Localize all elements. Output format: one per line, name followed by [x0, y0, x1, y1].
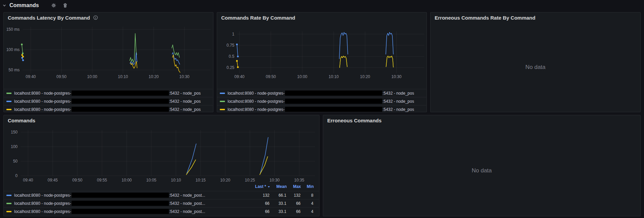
svg-text:09:50: 09:50 — [72, 178, 82, 183]
svg-text:150 ms: 150 ms — [6, 27, 20, 32]
svg-text:09:45: 09:45 — [48, 178, 58, 183]
svg-text:10:10: 10:10 — [118, 74, 128, 79]
gear-icon[interactable] — [51, 3, 56, 8]
panel-erroneous-commands: Erroneous Commands No data — [323, 115, 641, 216]
panel-commands-rate: Commands Rate By Command 09:4009:5010:00… — [217, 12, 427, 112]
redacted-text — [285, 91, 382, 96]
svg-text:10:25: 10:25 — [245, 178, 255, 183]
legend-stats: 66 33.1 66 4 — [248, 209, 316, 214]
series-color-dash — [220, 93, 225, 94]
series-color-dash — [6, 203, 11, 204]
commands-chart[interactable]: 09:4009:4509:5009:5510:0010:0510:1010:15… — [4, 115, 320, 185]
panel-title[interactable]: Erroneous Commands Rate By Command — [431, 13, 640, 23]
dashboard-row-header[interactable]: Commands — [2, 1, 68, 10]
stat-last: 66 — [248, 201, 269, 206]
chevron-down-icon[interactable] — [2, 3, 7, 8]
legend-label-suffix: :5432 - node_post... — [169, 193, 205, 198]
svg-text:09:40: 09:40 — [23, 178, 33, 183]
svg-text:09:55: 09:55 — [97, 178, 107, 183]
svg-text:09:40: 09:40 — [234, 74, 244, 79]
svg-text:50: 50 — [13, 159, 18, 164]
series-color-dash — [6, 109, 11, 110]
legend-label-suffix: :5432 - node_pos — [383, 107, 414, 112]
svg-text:10:00: 10:00 — [122, 178, 132, 183]
svg-text:10:10: 10:10 — [329, 74, 339, 79]
column-header-mean[interactable]: Mean — [270, 184, 287, 189]
redacted-text — [72, 201, 169, 206]
panel-title[interactable]: Commands Rate By Command — [217, 13, 427, 23]
redacted-text — [72, 209, 169, 214]
legend-label-prefix: localhost:8080 - node-postgres- — [228, 107, 285, 112]
svg-text:150: 150 — [11, 130, 18, 135]
stat-min: 8 — [301, 193, 313, 198]
svg-text:10:20: 10:20 — [360, 74, 370, 79]
svg-text:10:00: 10:00 — [87, 74, 97, 79]
legend-item[interactable]: localhost:8080 - node-postgres-:5432 - n… — [4, 105, 213, 113]
legend-item[interactable]: localhost:8080 - node-postgres-:5432 - n… — [4, 89, 213, 97]
redacted-text — [72, 99, 169, 104]
legend-item[interactable]: localhost:8080 - node-postgres-:5432 - n… — [4, 207, 319, 215]
svg-text:09:50: 09:50 — [56, 74, 67, 79]
panel-title[interactable]: Commands — [4, 115, 319, 125]
latency-chart[interactable]: 09:4009:5010:0010:1010:2010:30150 ms100 … — [4, 13, 214, 83]
legend-item[interactable]: localhost:8080 - node-postgres-:5432 - n… — [217, 97, 426, 105]
legend-item[interactable]: localhost:8080 - node-postgres-:5432 - n… — [217, 105, 426, 113]
svg-text:10:20: 10:20 — [149, 74, 159, 79]
legend-label-suffix: :5432 - node_pos — [169, 91, 201, 96]
panel-erroneous-commands-rate: Erroneous Commands Rate By Command No da… — [430, 12, 641, 112]
info-circle-icon[interactable] — [93, 15, 98, 20]
svg-text:10:05: 10:05 — [146, 178, 156, 183]
redacted-text — [285, 99, 382, 104]
legend-stats: 66 33.1 66 4 — [248, 201, 316, 206]
series-color-dash — [220, 109, 225, 110]
legend: localhost:8080 - node-postgres-:5432 - n… — [4, 191, 319, 215]
svg-text:09:40: 09:40 — [26, 74, 36, 79]
column-header-max[interactable]: Max — [287, 184, 301, 189]
svg-text:10:30: 10:30 — [269, 178, 280, 183]
svg-text:10:35: 10:35 — [294, 178, 304, 183]
svg-text:10:15: 10:15 — [196, 178, 206, 183]
stat-last: 66 — [248, 209, 269, 214]
series-color-dash — [6, 211, 11, 212]
series-color-dash — [6, 195, 11, 196]
legend-item[interactable]: localhost:8080 - node-postgres-:5432 - n… — [4, 97, 213, 105]
panel-commands-latency: Commands Latency By Command 09:4009:5010… — [3, 12, 213, 112]
stat-last: 132 — [248, 193, 269, 198]
svg-text:10:10: 10:10 — [171, 178, 181, 183]
redacted-text — [72, 193, 169, 198]
redacted-text — [72, 107, 169, 112]
legend-label-suffix: :5432 - node_pos — [383, 91, 414, 96]
legend-label-prefix: localhost:8080 - node-postgres- — [14, 91, 71, 96]
stat-min: 4 — [301, 209, 313, 214]
legend-stats: 132 66.1 132 8 — [248, 193, 316, 198]
stat-max: 66 — [286, 201, 301, 206]
column-header-min[interactable]: Min — [301, 184, 314, 189]
column-header-last[interactable]: Last * — [248, 184, 270, 189]
no-data-message: No data — [431, 23, 640, 112]
legend-label-prefix: localhost:8080 - node-postgres- — [14, 209, 71, 214]
panel-title[interactable]: Commands Latency By Command — [4, 13, 213, 23]
legend-item[interactable]: localhost:8080 - node-postgres-:5432 - n… — [4, 191, 319, 199]
series-color-dash — [6, 93, 11, 94]
legend-label-prefix: localhost:8080 - node-postgres- — [14, 99, 71, 104]
panel-commands: Commands 09:4009:4509:5009:5510:0010:051… — [3, 115, 319, 216]
panel-title[interactable]: Erroneous Commands — [323, 115, 640, 125]
legend-item[interactable]: localhost:8080 - node-postgres-:5432 - n… — [217, 89, 426, 97]
svg-text:100: 100 — [11, 144, 18, 149]
redacted-text — [72, 91, 169, 96]
legend-item[interactable]: localhost:8080 - node-postgres-:5432 - n… — [4, 199, 319, 207]
legend-label-suffix: :5432 - node_post... — [169, 209, 205, 214]
legend: localhost:8080 - node-postgres-:5432 - n… — [217, 89, 426, 113]
legend-label-prefix: localhost:8080 - node-postgres- — [228, 91, 285, 96]
trash-icon[interactable] — [62, 3, 68, 8]
series-color-dash — [6, 101, 11, 102]
legend-label-prefix: localhost:8080 - node-postgres- — [228, 99, 285, 104]
legend-label-suffix: :5432 - node_pos — [169, 99, 201, 104]
svg-text:10:30: 10:30 — [391, 74, 402, 79]
row-title[interactable]: Commands — [9, 2, 39, 8]
legend-label-suffix: :5432 - node_pos — [383, 99, 414, 104]
svg-text:10:20: 10:20 — [220, 178, 230, 183]
svg-text:100 ms: 100 ms — [6, 47, 20, 52]
rate-chart[interactable]: 09:4009:5010:0010:1010:2010:3010.750.50.… — [217, 13, 427, 83]
svg-text:10:00: 10:00 — [297, 74, 307, 79]
